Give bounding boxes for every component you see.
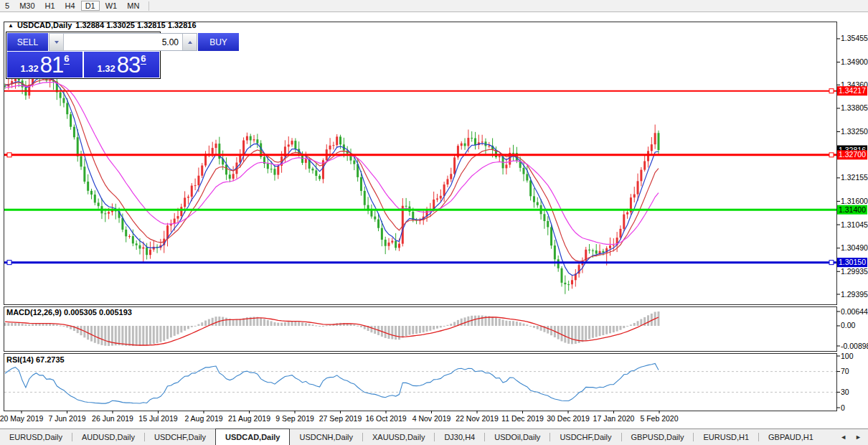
timeframe-button-H1[interactable]: H1 — [41, 1, 60, 11]
sell-price-prefix: 1.32 — [20, 63, 38, 74]
line-handle[interactable] — [829, 261, 834, 265]
line-price-badge: 1.31400 — [839, 205, 866, 214]
buy-price-pipette: 6 — [141, 54, 146, 65]
date-axis-label: 15 Jul 2019 — [138, 414, 177, 423]
date-axis-label: 5 Feb 2020 — [640, 414, 678, 423]
tab-0-EURUSD-Daily[interactable]: EURUSD,Daily — [0, 429, 72, 445]
tab-3-USDCAD-Daily[interactable]: USDCAD,Daily — [215, 428, 290, 445]
price-axis-label: 1.35455 — [841, 34, 868, 42]
chart-ohlc-values: 1.32884 1.33025 1.32815 1.32816 — [75, 21, 196, 29]
rsi-axis-label: 30 — [841, 388, 849, 396]
line-price-badge: 1.32700 — [839, 150, 866, 159]
chart-tabs-bar: EURUSD,DailyAUDUSD,DailyUSDCHF,DailyUSDC… — [0, 428, 868, 445]
buy-price-display[interactable]: 1.32 83 6 — [84, 52, 159, 78]
price-axis-label: 1.29935 — [841, 267, 868, 276]
macd-axis-label: -0.008982 — [841, 342, 868, 350]
line-handle[interactable] — [829, 153, 834, 157]
tab-11-GBPAUD-H1[interactable]: GBPAUD,H1 — [759, 429, 823, 445]
sell-price-display[interactable]: 1.32 81 6 — [7, 52, 82, 78]
macd-axis-label: 0.00 — [841, 321, 856, 329]
arrow-down-icon — [55, 41, 59, 44]
rsi-axis-label: 0 — [841, 403, 845, 412]
collapse-panel-icon[interactable]: ▲ — [8, 22, 14, 29]
chart-symbol-label: USDCAD,Daily — [17, 21, 72, 29]
tab-10-EURUSD-H1[interactable]: EURUSD,H1 — [694, 429, 758, 445]
price-axis-label: 1.33805 — [841, 103, 868, 112]
rsi-axis[interactable]: 10070300 — [836, 352, 854, 412]
timeframe-button-M30[interactable]: M30 — [15, 1, 39, 11]
date-axis-label: 30 Dec 2019 — [547, 414, 590, 423]
timeframe-button-W1[interactable]: W1 — [101, 1, 122, 11]
volume-input[interactable] — [64, 34, 182, 50]
price-axis-label: 1.31045 — [841, 220, 868, 229]
tab-4-USDCNH-Daily[interactable]: USDCNH,Daily — [290, 429, 362, 445]
one-click-trading-panel: SELL BUY 1.32 81 6 1.32 83 6 — [6, 32, 161, 79]
date-axis-label: 16 Oct 2019 — [365, 414, 406, 423]
macd-axis[interactable]: 0.0064480.00-0.008982 — [836, 307, 868, 350]
date-axis-label: 26 Jun 2019 — [92, 414, 133, 423]
volume-increase-button[interactable] — [182, 34, 197, 50]
timeframe-button-5[interactable]: 5 — [1, 1, 14, 11]
mt4-window: 5M30H1H4D1W1MN 1.354551.349001.343601.33… — [0, 0, 868, 445]
macd-label: MACD(12,26,9) 0.005305 0.005193 — [6, 308, 132, 317]
line-price-badge: 1.30150 — [839, 258, 866, 266]
date-axis[interactable]: 20 May 20197 Jun 201926 Jun 201915 Jul 2… — [0, 411, 679, 423]
date-axis-label: 21 Aug 2019 — [228, 414, 270, 423]
price-axis-label: 1.30490 — [841, 243, 868, 252]
price-axis-label: 1.29395 — [841, 290, 868, 299]
line-handle[interactable] — [829, 89, 834, 93]
tab-scroll-right-icon[interactable]: ► — [855, 434, 862, 441]
timeframe-button-MN[interactable]: MN — [123, 1, 143, 11]
price-axis-label: 1.32155 — [841, 173, 868, 182]
tab-8-USDCHF-Daily[interactable]: USDCHF,Daily — [550, 429, 621, 445]
tab-5-XAUUSD-Daily[interactable]: XAUUSD,Daily — [363, 429, 434, 445]
chart-title: ▲ USDCAD,Daily 1.32884 1.33025 1.32815 1… — [8, 21, 197, 29]
arrow-up-icon — [188, 41, 192, 44]
tab-7-USDOil-Daily[interactable]: USDOil,Daily — [485, 429, 549, 445]
line-handle[interactable] — [7, 153, 11, 157]
volume-field-group — [49, 33, 197, 51]
timeframe-toolbar: 5M30H1H4D1W1MN — [0, 0, 868, 12]
price-axis-label: 1.33250 — [841, 127, 868, 136]
date-axis-label: 4 Nov 2019 — [412, 414, 451, 423]
rsi-label: RSI(14) 67.2735 — [6, 355, 65, 364]
tab-6-DJ30-H4[interactable]: DJ30,H4 — [435, 429, 484, 445]
line-handle[interactable] — [7, 261, 11, 265]
date-axis-label: 9 Sep 2019 — [275, 414, 314, 423]
date-axis-label: 20 May 2019 — [0, 414, 44, 423]
tab-scroll-nav: ◄► — [840, 429, 868, 445]
tab-scroll-left-icon[interactable]: ◄ — [840, 434, 846, 441]
date-axis-label: 2 Aug 2019 — [184, 414, 222, 423]
timeframe-button-H4[interactable]: H4 — [61, 1, 80, 11]
date-axis-label: 27 Sep 2019 — [319, 414, 362, 423]
sell-price-big: 81 — [40, 54, 63, 76]
buy-button[interactable]: BUY — [198, 33, 239, 51]
macd-axis-label: 0.006448 — [841, 307, 868, 316]
sell-button[interactable]: SELL — [7, 33, 48, 51]
date-axis-label: 7 Jun 2019 — [49, 414, 86, 423]
date-axis-label: 17 Jan 2020 — [593, 414, 635, 423]
rsi-axis-label: 100 — [841, 352, 854, 360]
date-axis-label: 11 Dec 2019 — [501, 414, 544, 423]
line-price-badge: 1.34217 — [839, 86, 866, 95]
date-axis-label: 22 Nov 2019 — [456, 414, 499, 423]
volume-decrease-button[interactable] — [49, 34, 64, 50]
price-axis-label: 1.31600 — [841, 197, 868, 205]
tab-2-USDCHF-Daily[interactable]: USDCHF,Daily — [145, 429, 215, 445]
toolbar-separator — [148, 1, 149, 11]
sell-price-pipette: 6 — [64, 54, 69, 65]
timeframe-button-D1[interactable]: D1 — [81, 1, 100, 11]
tab-1-AUDUSD-Daily[interactable]: AUDUSD,Daily — [72, 429, 144, 445]
buy-price-prefix: 1.32 — [97, 63, 115, 74]
tab-9-GBPUSD-Daily[interactable]: GBPUSD,Daily — [622, 429, 694, 445]
price-axis-label: 1.34900 — [841, 57, 868, 66]
buy-price-big: 83 — [117, 54, 140, 76]
rsi-axis-label: 70 — [841, 367, 849, 375]
